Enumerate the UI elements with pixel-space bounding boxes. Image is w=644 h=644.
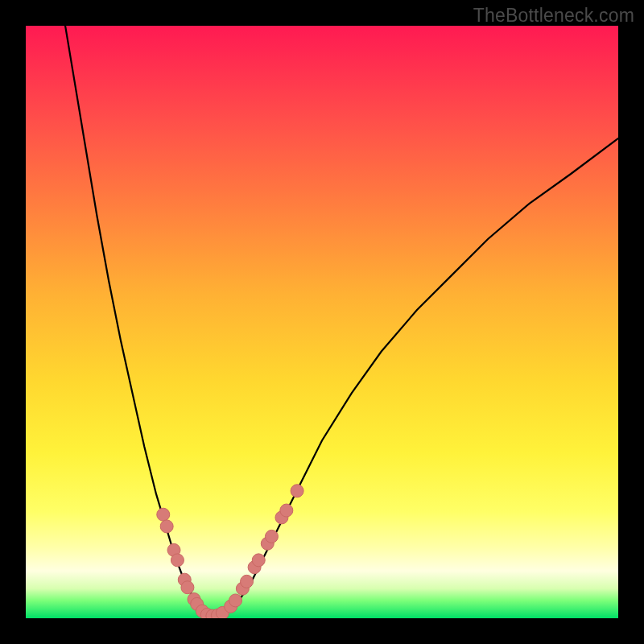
- marker-cluster-right: [265, 530, 278, 543]
- series-right-curve: [221, 138, 618, 615]
- curve-lines: [61, 26, 618, 617]
- marker-cluster-left: [171, 554, 184, 567]
- plot-area: [26, 26, 618, 618]
- marker-cluster-right: [280, 504, 293, 517]
- marker-cluster-right: [241, 575, 254, 588]
- marker-cluster-left: [181, 581, 194, 594]
- chart-svg: [26, 26, 618, 618]
- marker-cluster-right: [229, 594, 242, 607]
- watermark-text: TheBottleneck.com: [473, 5, 634, 27]
- marker-cluster-left: [160, 520, 173, 533]
- data-markers: [157, 485, 303, 618]
- marker-cluster-left: [157, 508, 170, 521]
- chart-frame: TheBottleneck.com: [0, 0, 644, 644]
- marker-cluster-right: [252, 554, 265, 567]
- series-left-curve: [61, 26, 209, 615]
- marker-cluster-right: [291, 485, 303, 497]
